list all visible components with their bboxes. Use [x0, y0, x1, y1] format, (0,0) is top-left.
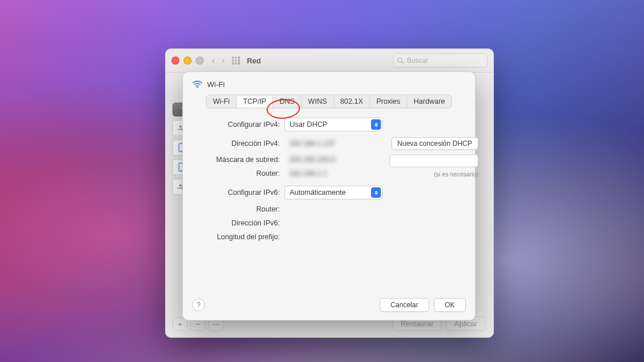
router-ipv4-value: 192.168.1.1 — [284, 169, 383, 178]
svg-point-7 — [197, 86, 198, 88]
configure-ipv4-value: Usar DHCP — [290, 120, 327, 129]
svg-point-0 — [398, 58, 403, 63]
show-all-icon[interactable] — [232, 56, 240, 65]
sheet-title: Wi-Fi — [207, 80, 224, 89]
ipv6-address-label: Dirección IPv6: — [192, 219, 280, 227]
ok-button[interactable]: OK — [434, 298, 466, 312]
svg-line-1 — [402, 62, 403, 63]
prefix-length-label: Longitud del prefijo: — [192, 233, 280, 241]
configure-ipv4-select[interactable]: Usar DHCP — [284, 118, 383, 131]
ipv4-section: Configurar IPv4: Usar DHCP Dirección IPv… — [192, 118, 466, 178]
search-field[interactable]: Buscar — [393, 54, 488, 67]
configure-ipv6-value: Automáticamente — [290, 188, 346, 197]
chevron-updown-icon — [371, 119, 381, 130]
back-button[interactable]: ‹ — [212, 55, 215, 66]
tab-dns[interactable]: DNS — [273, 95, 301, 108]
tab-hardware[interactable]: Hardware — [407, 95, 451, 108]
search-icon — [397, 57, 404, 64]
ipv6-section: Configurar IPv6: Automáticamente Router:… — [192, 186, 466, 241]
configure-ipv4-label: Configurar IPv4: — [192, 120, 280, 129]
svg-point-4 — [181, 150, 182, 151]
advanced-sheet: Wi-Fi Wi-Fi TCP/IP DNS WINS 802.1X Proxi… — [182, 71, 475, 320]
sheet-header: Wi-Fi — [192, 80, 466, 89]
zoom-window-button[interactable] — [196, 56, 204, 65]
forward-button[interactable]: › — [222, 55, 224, 66]
dhcp-client-id-hint: (si es necesario) — [434, 171, 478, 178]
ipv4-address-label: Dirección IPv4: — [192, 139, 280, 148]
renew-dhcp-button[interactable]: Nueva concesión DHCP — [391, 137, 478, 150]
tab-8021x[interactable]: 802.1X — [334, 95, 370, 108]
ipv4-address-value: 192.168.1.137 — [284, 139, 383, 148]
configure-ipv6-label: Configurar IPv6: — [192, 188, 280, 197]
window-controls — [171, 56, 204, 65]
dhcp-client-id-input[interactable] — [390, 154, 478, 167]
window-title: Red — [247, 56, 261, 65]
tab-proxies[interactable]: Proxies — [370, 95, 407, 108]
router-ipv6-label: Router: — [192, 205, 280, 213]
subnet-mask-label: Máscara de subred: — [192, 156, 280, 164]
chevron-updown-icon — [371, 187, 381, 198]
tab-bar: Wi-Fi TCP/IP DNS WINS 802.1X Proxies Har… — [206, 95, 452, 108]
cancel-button[interactable]: Cancelar — [380, 298, 429, 312]
tab-tcpip[interactable]: TCP/IP — [237, 95, 273, 108]
titlebar: ‹ › Red Buscar — [166, 49, 493, 73]
router-ipv4-label: Router: — [192, 169, 280, 178]
sheet-footer: ? Cancelar OK — [192, 298, 466, 312]
subnet-mask-value: 255.255.255.0 — [284, 156, 383, 164]
help-button[interactable]: ? — [192, 299, 205, 311]
nav-arrows: ‹ › — [212, 55, 225, 66]
minimize-window-button[interactable] — [184, 56, 192, 65]
tab-wins[interactable]: WINS — [302, 95, 334, 108]
svg-point-6 — [181, 169, 182, 171]
configure-ipv6-select[interactable]: Automáticamente — [284, 186, 383, 199]
wifi-icon — [192, 81, 203, 89]
search-placeholder: Buscar — [407, 56, 428, 65]
close-window-button[interactable] — [171, 56, 179, 65]
tab-wifi[interactable]: Wi-Fi — [207, 95, 237, 108]
